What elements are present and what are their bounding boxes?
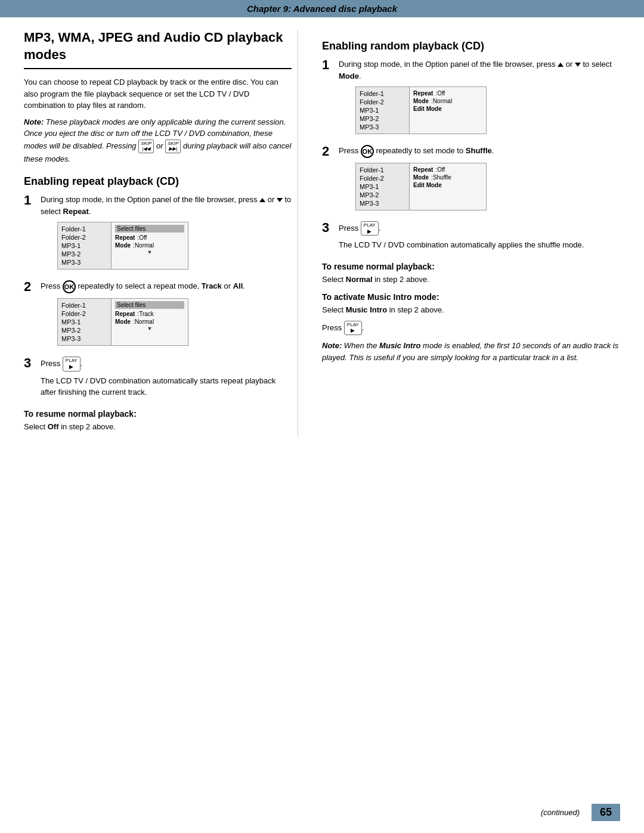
rstep2-num: 2 xyxy=(322,145,334,158)
rstep3-num: 3 xyxy=(322,221,334,234)
folder-1: Folder-1 xyxy=(61,225,107,233)
mp3-3b: MP3-3 xyxy=(61,335,107,343)
browser-mock-r1: Folder-1 Folder-2 MP3-1 MP3-2 MP3-3 Repe… xyxy=(355,86,487,134)
chapter-title: Chapter 9: Advanced disc playback xyxy=(247,4,397,14)
mp3-2b: MP3-2 xyxy=(61,326,107,335)
play-label-2: PLAY xyxy=(364,222,376,228)
continued-text: (continued) xyxy=(541,808,580,817)
browser-left-1: Folder-1 Folder-2 MP3-1 MP3-2 MP3-3 xyxy=(58,222,112,269)
note2-body: When the Music Intro mode is enabled, th… xyxy=(322,341,618,362)
browser-left-2: Folder-1 Folder-2 MP3-1 MP3-2 MP3-3 xyxy=(58,299,112,345)
resume-heading: To resume normal playback: xyxy=(24,409,292,419)
browser-right-r2: Repeat:Off Mode:Shuffle Edit Mode xyxy=(410,163,486,210)
rstep2-content: Press OK repeatedly to set mode to Shuff… xyxy=(339,145,620,215)
scroll-down-2: ▼ xyxy=(115,326,184,332)
intro-text: You can choose to repeat CD playback by … xyxy=(24,76,292,112)
step3-text: Press PLAY ▶ . xyxy=(41,357,292,371)
rmp3-1b: MP3-1 xyxy=(360,182,405,191)
step1-text: During stop mode, in the Option panel of… xyxy=(41,194,292,217)
mp3-2: MP3-2 xyxy=(61,250,107,258)
music-intro-heading: To activate Music Intro mode: xyxy=(322,292,620,302)
ok-button: OK xyxy=(63,280,76,293)
repeat-step3: 3 Press PLAY ▶ . The LCD TV / DVD combin… xyxy=(24,357,292,401)
play-label: PLAY xyxy=(66,358,78,364)
play-button-3: PLAY ▶ xyxy=(344,321,362,335)
rstep3-content: Press PLAY ▶ . The LCD TV / DVD combinat… xyxy=(339,221,620,255)
step2-text: Press OK repeatedly to select a repeat m… xyxy=(41,280,292,293)
step3-desc: The LCD TV / DVD combination automatical… xyxy=(41,375,292,398)
rfolder-1: Folder-1 xyxy=(360,89,405,98)
mp3-1b: MP3-1 xyxy=(61,318,107,326)
mp3-3: MP3-3 xyxy=(61,258,107,267)
browser-left-r1: Folder-1 Folder-2 MP3-1 MP3-2 MP3-3 xyxy=(356,87,410,134)
browser-right-r1: Repeat:Off Mode:Normal Edit Mode xyxy=(410,87,486,134)
rfolder-2: Folder-2 xyxy=(360,98,405,106)
rstep2-text: Press OK repeatedly to set mode to Shuff… xyxy=(339,145,620,158)
browser-mock-r2: Folder-1 Folder-2 MP3-1 MP3-2 MP3-3 Repe… xyxy=(355,163,487,210)
rstep1-text: During stop mode, in the Option panel of… xyxy=(339,58,620,82)
note-bold: Note: xyxy=(24,117,44,126)
repeat-step1: 1 During stop mode, in the Option panel … xyxy=(24,194,292,274)
rmp3-2: MP3-2 xyxy=(360,114,405,123)
step2-num: 2 xyxy=(24,280,36,293)
random-section-heading: Enabling random playback (CD) xyxy=(322,40,620,52)
browser-mock-2: Folder-1 Folder-2 MP3-1 MP3-2 MP3-3 Sele… xyxy=(57,298,188,346)
rfolder-1b: Folder-1 xyxy=(360,166,405,174)
random-step1: 1 During stop mode, in the Option panel … xyxy=(322,58,620,139)
step1-num: 1 xyxy=(24,194,36,207)
folder-2: Folder-2 xyxy=(61,233,107,241)
rmode-row-2: Mode:Shuffle xyxy=(413,174,482,181)
main-heading: MP3, WMA, JPEG and Audio CD playback mod… xyxy=(24,29,292,69)
arrow-down-icon xyxy=(277,198,283,202)
repeat-step2: 2 Press OK repeatedly to select a repeat… xyxy=(24,280,292,351)
rstep3-desc: The LCD TV / DVD combination automatical… xyxy=(339,239,620,251)
rstep1-num: 1 xyxy=(322,58,334,72)
note2-bold: Note: xyxy=(322,341,342,350)
ok-button-2: OK xyxy=(361,145,374,158)
footer: (continued) 65 xyxy=(24,804,620,821)
play-button: PLAY ▶ xyxy=(63,357,80,371)
mode-row: Mode:Normal xyxy=(115,241,184,249)
browser-mock-1: Folder-1 Folder-2 MP3-1 MP3-2 MP3-3 Sele… xyxy=(57,222,188,270)
music-intro-text: Select Music Intro in step 2 above. xyxy=(322,304,620,316)
note-text: Note: These playback modes are only appl… xyxy=(24,116,292,165)
chapter-header: Chapter 9: Advanced disc playback xyxy=(0,0,644,17)
rmp3-3b: MP3-3 xyxy=(360,199,405,208)
resume-random-text: Select Normal in step 2 above. xyxy=(322,274,620,286)
main-content: MP3, WMA, JPEG and Audio CD playback mod… xyxy=(0,17,644,449)
browser-right-1: Select files Repeat:Off Mode:Normal ▼ xyxy=(112,222,188,269)
note-body: These playback modes are only applicable… xyxy=(24,117,291,163)
right-column: Enabling random playback (CD) 1 During s… xyxy=(316,29,620,437)
select-files-title-2: Select files xyxy=(115,301,184,309)
rmp3-3: MP3-3 xyxy=(360,123,405,131)
random-step2: 2 Press OK repeatedly to set mode to Shu… xyxy=(322,145,620,215)
play-icon: ▶ xyxy=(69,364,73,370)
step1-content: During stop mode, in the Option panel of… xyxy=(41,194,292,274)
step2-content: Press OK repeatedly to select a repeat m… xyxy=(41,280,292,351)
repeat-section-heading: Enabling repeat playback (CD) xyxy=(24,175,292,188)
mode-row-2: Mode:Normal xyxy=(115,318,184,326)
select-files-title: Select files xyxy=(115,225,184,233)
step3-content: Press PLAY ▶ . The LCD TV / DVD combinat… xyxy=(41,357,292,401)
rstep3-text: Press PLAY ▶ . xyxy=(339,221,620,236)
skip-fwd-button: SKIP▶▶| xyxy=(165,140,181,153)
repeat-row: Repeat:Off xyxy=(115,234,184,241)
resume-text: Select Off in step 2 above. xyxy=(24,421,292,433)
redit-row-2: Edit Mode xyxy=(413,181,482,189)
play-icon-2: ▶ xyxy=(367,228,371,235)
rrepeat-row: Repeat:Off xyxy=(413,89,482,97)
rstep1-content: During stop mode, in the Option panel of… xyxy=(339,58,620,139)
rfolder-2b: Folder-2 xyxy=(360,174,405,182)
skip-back-button: SKIP|◀◀ xyxy=(138,140,154,153)
note2-text: Note: When the Music Intro mode is enabl… xyxy=(322,340,620,363)
resume-random-heading: To resume normal playback: xyxy=(322,262,620,271)
repeat-row-2: Repeat:Track xyxy=(115,310,184,318)
browser-right-2: Select files Repeat:Track Mode:Normal ▼ xyxy=(112,299,188,345)
rrepeat-row-2: Repeat:Off xyxy=(413,166,482,174)
page-number: 65 xyxy=(592,804,620,821)
arrow-up-2 xyxy=(558,63,564,67)
folder-1b: Folder-1 xyxy=(61,301,107,309)
music-intro-press: Press PLAY ▶ . xyxy=(322,321,620,335)
redit-row: Edit Mode xyxy=(413,105,482,113)
play-button-2: PLAY ▶ xyxy=(361,221,379,236)
